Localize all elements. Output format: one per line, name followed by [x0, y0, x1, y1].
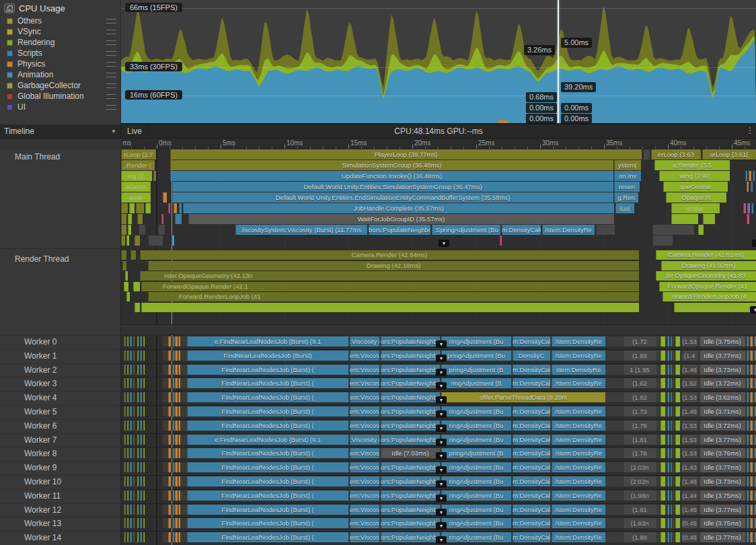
timeline-span[interactable]: ors:PopulateNeighbours ( — [381, 351, 440, 361]
timeline-span[interactable] — [124, 365, 126, 375]
timeline-span[interactable]: (1.52 — [681, 378, 697, 388]
timeline-span[interactable] — [124, 532, 126, 542]
timeline-span[interactable] — [126, 292, 130, 301]
timeline-span[interactable]: orward.RenderLoopJob (4 — [663, 292, 756, 301]
timeline-span[interactable] — [671, 406, 672, 416]
timeline-span[interactable]: Idle (3.71ms) — [700, 406, 745, 416]
timeline-span[interactable] — [747, 462, 749, 472]
timeline-span[interactable] — [124, 282, 128, 291]
timeline-span[interactable] — [667, 448, 669, 458]
timeline-span[interactable]: Idle (3.72ms) — [700, 421, 745, 431]
timeline-span[interactable] — [178, 462, 180, 472]
timeline-span[interactable]: m:DensityCalc — [513, 421, 550, 431]
timeline-span[interactable] — [124, 518, 126, 528]
timeline-span[interactable] — [675, 532, 680, 542]
timeline-span[interactable] — [750, 406, 753, 416]
timeline-span[interactable]: (1.69 — [623, 351, 656, 361]
timeline-span[interactable] — [143, 505, 145, 515]
worker-label[interactable]: Worker 4 — [24, 393, 56, 402]
timeline-span[interactable] — [175, 435, 178, 445]
timeline-span[interactable]: ors:PopulateNeighbours ( — [381, 476, 440, 486]
timeline-span[interactable] — [698, 225, 704, 235]
timeline-span[interactable] — [660, 490, 665, 501]
timeline-span[interactable]: (1.78 — [623, 448, 656, 458]
timeline-span[interactable]: (1.53 — [681, 336, 697, 347]
timeline-span[interactable] — [137, 406, 139, 416]
timeline-span[interactable] — [168, 505, 171, 515]
timeline-span[interactable]: Idle (3.73ms) — [700, 476, 745, 486]
timeline-span[interactable] — [137, 392, 139, 402]
timeline-span[interactable] — [178, 351, 180, 361]
timeline-span[interactable] — [660, 518, 665, 528]
timeline-span[interactable] — [130, 462, 132, 472]
timeline-span[interactable] — [143, 336, 145, 347]
legend-item-garbagecollector[interactable]: GarbageCollector — [0, 80, 120, 91]
timeline-span[interactable] — [140, 490, 142, 501]
timeline-span[interactable] — [500, 235, 502, 246]
timeline-span[interactable]: Camera.Render (42.84ms) — [140, 250, 639, 260]
timeline-span[interactable]: (0.46 — [681, 532, 697, 542]
timeline-span[interactable] — [743, 203, 746, 213]
timeline-span[interactable] — [660, 406, 665, 416]
timeline-span[interactable] — [667, 365, 669, 375]
timeline-span[interactable] — [137, 214, 143, 224]
timeline-span[interactable] — [168, 435, 171, 445]
worker-label[interactable]: Worker 10 — [24, 477, 61, 486]
timeline-span[interactable]: (1.81 — [623, 505, 656, 515]
timeline-span[interactable] — [675, 518, 680, 528]
timeline-span[interactable] — [130, 505, 132, 515]
timeline-span[interactable] — [145, 203, 151, 213]
timeline-span[interactable] — [671, 476, 672, 486]
timeline-span[interactable]: Idle (3.76ms) — [700, 448, 745, 458]
timeline-span[interactable] — [127, 365, 128, 375]
timeline-span[interactable]: Idle (7.03ms) — [381, 448, 440, 458]
timeline-span[interactable] — [675, 435, 680, 445]
timeline-span[interactable]: FindNearLeafNodesJob (Burst) ( — [187, 365, 348, 375]
worker-label[interactable]: Worker 13 — [24, 519, 61, 528]
timeline-span[interactable] — [175, 392, 178, 402]
timeline-span[interactable] — [747, 435, 749, 445]
timeline-span[interactable] — [133, 448, 135, 458]
timeline-span[interactable]: Idle (3.72ms) — [700, 378, 745, 388]
expand-marker[interactable]: ▼ — [752, 240, 756, 247]
timeline-span[interactable] — [140, 518, 142, 528]
timeline-span[interactable] — [671, 490, 672, 501]
timeline-span[interactable] — [175, 532, 178, 542]
timeline-span[interactable] — [133, 462, 135, 472]
timeline-span[interactable] — [168, 378, 171, 388]
timeline-span[interactable] — [143, 351, 145, 361]
kebab-menu-icon[interactable]: ⋮ — [746, 126, 754, 135]
legend-item-physics[interactable]: Physics — [0, 59, 120, 69]
timeline-span[interactable] — [127, 505, 128, 515]
legend-item-others[interactable]: Others — [0, 15, 120, 26]
timeline-span[interactable]: (1.81 — [623, 435, 656, 445]
timeline-span[interactable] — [675, 392, 680, 402]
timeline-span[interactable] — [750, 392, 753, 402]
timeline-span[interactable]: ringAdjustment (Bu — [441, 532, 511, 542]
timeline-span[interactable] — [674, 303, 756, 312]
timeline-span[interactable] — [747, 365, 749, 375]
timeline-span[interactable] — [175, 490, 178, 501]
legend-item-ui[interactable]: UI — [0, 102, 120, 112]
timeline-span[interactable]: (1.53 — [681, 392, 697, 402]
timeline-span[interactable] — [124, 448, 126, 458]
expand-marker[interactable]: ▼ — [436, 382, 447, 390]
timeline-span[interactable]: SimulationSystemGroup (36.48ms) — [170, 160, 613, 170]
timeline-span[interactable] — [127, 351, 128, 361]
timeline-span[interactable]: em:Viscosity (B — [350, 448, 379, 458]
timeline-span[interactable] — [667, 505, 669, 515]
timeline-span[interactable]: :Viscosity ( — [350, 336, 379, 347]
timeline-span[interactable] — [133, 435, 135, 445]
timeline-span[interactable]: /stem:DensityRe — [552, 462, 605, 472]
timeline-span[interactable]: (1.82 — [623, 392, 656, 402]
worker-label[interactable]: Worker 6 — [24, 421, 56, 431]
timeline-span[interactable] — [140, 462, 142, 472]
timeline-span[interactable] — [140, 351, 142, 361]
timeline-span[interactable] — [667, 518, 669, 528]
timeline-span[interactable] — [168, 203, 170, 213]
timeline-span[interactable]: ors:PopulateNeighbours ( — [381, 406, 440, 416]
timeline-span[interactable]: ringAdjustment (Bu — [441, 476, 511, 486]
timeline-span[interactable] — [133, 351, 135, 361]
timeline-span[interactable] — [667, 351, 669, 361]
timeline-span[interactable]: em:Viscosity (B — [350, 518, 379, 528]
